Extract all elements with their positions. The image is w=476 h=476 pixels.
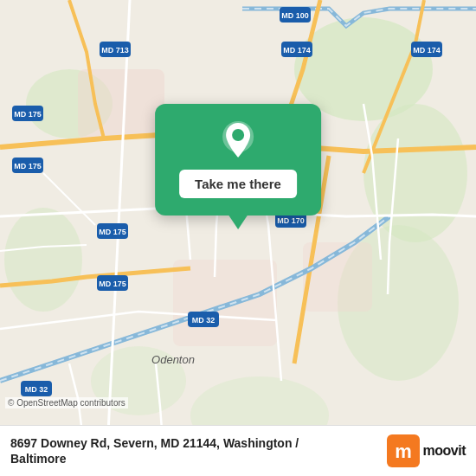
svg-text:MD 175: MD 175 xyxy=(99,280,126,288)
svg-text:m: m xyxy=(395,441,412,462)
svg-text:Odenton: Odenton xyxy=(151,353,195,366)
svg-text:MD 713: MD 713 xyxy=(101,46,129,55)
svg-text:MD 174: MD 174 xyxy=(283,46,311,55)
moovit-logo[interactable]: m moovit xyxy=(387,434,466,467)
svg-text:MD 175: MD 175 xyxy=(14,110,42,119)
svg-text:MD 175: MD 175 xyxy=(14,162,42,170)
popup-card: Take me there xyxy=(155,104,321,215)
svg-text:MD 100: MD 100 xyxy=(281,11,309,20)
map-container: MD 100 MD 713 MD 174 MD 174 MD 175 MD 17… xyxy=(0,0,476,476)
address-line2: Baltimore xyxy=(10,451,299,466)
info-bar: 8697 Downey Rd, Severn, MD 21144, Washin… xyxy=(0,425,476,476)
moovit-brand-icon: m xyxy=(387,434,420,467)
osm-credit: © OpenStreetMap contributors xyxy=(5,397,128,408)
svg-text:MD 170: MD 170 xyxy=(277,216,305,225)
svg-rect-9 xyxy=(173,260,277,346)
svg-text:MD 175: MD 175 xyxy=(99,228,126,236)
address-block: 8697 Downey Rd, Severn, MD 21144, Washin… xyxy=(10,435,299,466)
svg-point-5 xyxy=(4,208,82,312)
svg-text:MD 32: MD 32 xyxy=(192,316,215,325)
svg-point-36 xyxy=(232,129,244,141)
location-pin-icon xyxy=(217,119,259,161)
svg-text:MD 32: MD 32 xyxy=(25,385,48,394)
address-line1: 8697 Downey Rd, Severn, MD 21144, Washin… xyxy=(10,435,299,451)
take-me-there-button[interactable]: Take me there xyxy=(179,170,297,198)
moovit-label: moovit xyxy=(423,443,466,459)
svg-text:MD 174: MD 174 xyxy=(413,46,441,55)
